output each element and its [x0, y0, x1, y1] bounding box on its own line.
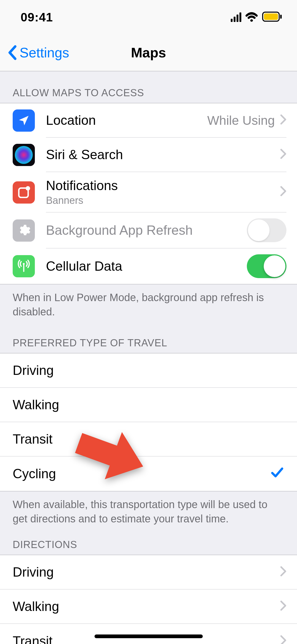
row-notifications[interactable]: Notifications Banners: [0, 172, 297, 213]
option-driving[interactable]: Driving: [0, 353, 297, 388]
option-label: Cycling: [13, 466, 271, 481]
chevron-right-icon: [280, 634, 286, 644]
checkmark-icon: [271, 466, 284, 481]
back-button[interactable]: Settings: [7, 45, 69, 61]
toggle-background-app-refresh: [247, 218, 286, 242]
status-bar: 09:41: [0, 0, 297, 34]
back-label: Settings: [20, 45, 69, 61]
row-directions-driving[interactable]: Driving: [0, 555, 297, 590]
option-walking[interactable]: Walking: [0, 388, 297, 422]
row-detail: While Using: [207, 113, 275, 128]
row-label: Notifications: [46, 178, 280, 193]
siri-icon: [13, 144, 35, 166]
section-footer-travel: When available, this transportation type…: [0, 491, 297, 528]
chevron-right-icon: [280, 565, 286, 579]
antenna-icon: [13, 255, 35, 277]
row-background-app-refresh: Background App Refresh: [0, 213, 297, 249]
section-header-travel: PREFERRED TYPE OF TRAVEL: [0, 321, 297, 353]
row-directions-walking[interactable]: Walking: [0, 590, 297, 624]
row-label: Background App Refresh: [46, 223, 247, 238]
option-label: Transit: [13, 431, 286, 447]
section-footer-access: When in Low Power Mode, background app r…: [0, 284, 297, 321]
section-header-access: ALLOW MAPS TO ACCESS: [0, 71, 297, 103]
row-label: Siri & Search: [46, 147, 280, 162]
chevron-left-icon: [7, 45, 17, 60]
row-subtitle: Banners: [46, 195, 280, 206]
row-siri-search[interactable]: Siri & Search: [0, 138, 297, 172]
nav-bar: Settings Maps: [0, 34, 297, 71]
option-label: Walking: [13, 397, 286, 412]
wifi-icon: [245, 10, 258, 25]
svg-point-7: [23, 263, 25, 265]
row-label: Walking: [13, 599, 280, 614]
row-label: Location: [46, 113, 207, 128]
gear-icon: [13, 219, 35, 242]
row-cellular-data[interactable]: Cellular Data: [0, 249, 297, 284]
option-transit[interactable]: Transit: [0, 422, 297, 457]
home-indicator[interactable]: [95, 634, 203, 638]
chevron-right-icon: [280, 599, 286, 614]
row-label: Cellular Data: [46, 259, 247, 274]
option-cycling[interactable]: Cycling: [0, 457, 297, 491]
location-arrow-icon: [13, 109, 35, 132]
status-time: 09:41: [21, 10, 53, 24]
row-label: Driving: [13, 564, 280, 580]
svg-rect-2: [280, 15, 282, 19]
svg-point-6: [26, 186, 30, 191]
chevron-right-icon: [280, 148, 286, 162]
svg-rect-1: [264, 13, 278, 20]
section-header-directions: DIRECTIONS: [0, 528, 297, 555]
page-title: Maps: [131, 45, 166, 61]
option-label: Driving: [13, 363, 286, 378]
notifications-icon: [13, 181, 35, 204]
list-directions: Driving Walking Transit: [0, 555, 297, 644]
list-access: Location While Using Siri &: [0, 103, 297, 284]
chevron-right-icon: [280, 185, 286, 199]
svg-point-4: [15, 146, 33, 164]
row-location[interactable]: Location While Using: [0, 103, 297, 138]
toggle-cellular-data[interactable]: [247, 254, 286, 278]
chevron-right-icon: [280, 113, 286, 128]
cellular-signal-icon: [231, 12, 241, 22]
battery-icon: [262, 10, 282, 25]
list-travel: Driving Walking Transit Cycling: [0, 353, 297, 491]
row-directions-transit[interactable]: Transit: [0, 624, 297, 644]
